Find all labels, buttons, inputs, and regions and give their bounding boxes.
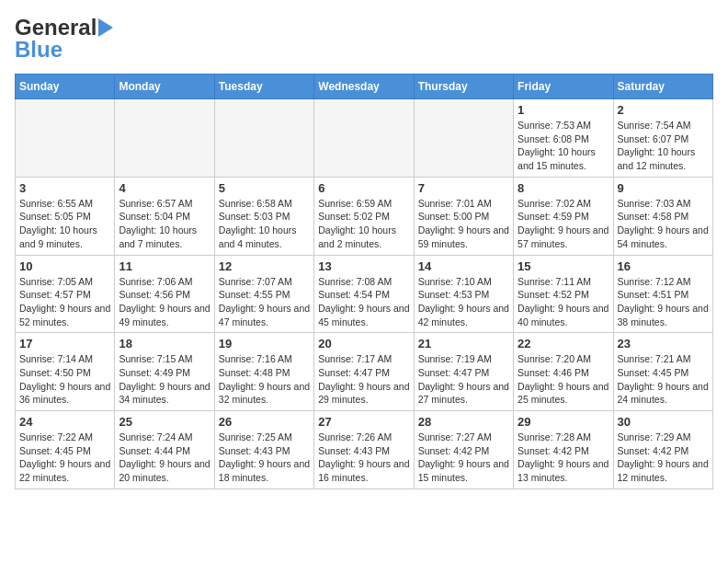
day-number: 18 [119,337,210,350]
day-info: Sunrise: 7:19 AMSunset: 4:47 PMDaylight:… [418,352,509,407]
calendar-cell: 24Sunrise: 7:22 AMSunset: 4:45 PMDayligh… [16,411,115,489]
calendar-cell: 28Sunrise: 7:27 AMSunset: 4:42 PMDayligh… [414,411,513,489]
day-info: Sunrise: 7:53 AMSunset: 6:08 PMDaylight:… [518,119,609,173]
day-number: 11 [119,259,210,273]
calendar-cell: 27Sunrise: 7:26 AMSunset: 4:43 PMDayligh… [314,411,414,489]
day-number: 13 [318,259,409,273]
day-number: 26 [219,415,310,429]
calendar-cell: 13Sunrise: 7:08 AMSunset: 4:54 PMDayligh… [314,255,414,333]
calendar-cell: 11Sunrise: 7:06 AMSunset: 4:56 PMDayligh… [115,255,214,333]
calendar-cell: 7Sunrise: 7:01 AMSunset: 5:00 PMDaylight… [414,177,513,255]
calendar-cell: 26Sunrise: 7:25 AMSunset: 4:43 PMDayligh… [214,411,313,489]
weekday-header-thursday: Thursday [414,75,513,99]
calendar-cell: 14Sunrise: 7:10 AMSunset: 4:53 PMDayligh… [414,255,513,333]
day-number: 9 [618,181,709,195]
day-number: 6 [318,181,409,195]
day-info: Sunrise: 7:10 AMSunset: 4:53 PMDaylight:… [418,275,509,329]
calendar-cell: 17Sunrise: 7:14 AMSunset: 4:50 PMDayligh… [16,333,115,411]
calendar-cell [414,99,513,178]
calendar-week-row: 3Sunrise: 6:55 AMSunset: 5:05 PMDaylight… [16,177,713,255]
day-info: Sunrise: 6:57 AMSunset: 5:04 PMDaylight:… [119,197,210,251]
day-info: Sunrise: 7:11 AMSunset: 4:52 PMDaylight:… [518,275,609,329]
day-number: 21 [418,337,509,350]
day-number: 12 [219,259,310,273]
calendar-cell: 3Sunrise: 6:55 AMSunset: 5:05 PMDaylight… [16,177,115,255]
weekday-header-tuesday: Tuesday [214,75,313,99]
weekday-header-sunday: Sunday [16,75,115,99]
day-number: 25 [119,415,210,429]
weekday-header-row: SundayMondayTuesdayWednesdayThursdayFrid… [16,75,713,99]
day-number: 22 [518,337,609,350]
calendar-cell: 30Sunrise: 7:29 AMSunset: 4:42 PMDayligh… [613,411,712,489]
calendar-week-row: 17Sunrise: 7:14 AMSunset: 4:50 PMDayligh… [16,333,713,411]
calendar-cell: 19Sunrise: 7:16 AMSunset: 4:48 PMDayligh… [214,333,313,411]
day-info: Sunrise: 7:14 AMSunset: 4:50 PMDaylight:… [19,352,110,407]
calendar-week-row: 1Sunrise: 7:53 AMSunset: 6:08 PMDaylight… [16,99,713,178]
day-number: 1 [518,103,609,117]
day-info: Sunrise: 7:54 AMSunset: 6:07 PMDaylight:… [618,119,709,173]
day-info: Sunrise: 7:06 AMSunset: 4:56 PMDaylight:… [119,275,210,329]
calendar-cell: 12Sunrise: 7:07 AMSunset: 4:55 PMDayligh… [214,255,313,333]
day-info: Sunrise: 7:21 AMSunset: 4:45 PMDaylight:… [618,352,709,407]
day-info: Sunrise: 7:29 AMSunset: 4:42 PMDaylight:… [618,431,709,485]
logo-general: General [15,15,97,40]
calendar: SundayMondayTuesdayWednesdayThursdayFrid… [15,74,713,489]
day-number: 24 [19,415,110,429]
day-number: 5 [219,181,310,195]
calendar-cell [16,99,115,178]
day-info: Sunrise: 7:15 AMSunset: 4:49 PMDaylight:… [119,352,210,407]
day-number: 29 [518,415,609,429]
day-number: 10 [19,259,110,273]
calendar-cell: 18Sunrise: 7:15 AMSunset: 4:49 PMDayligh… [115,333,214,411]
day-info: Sunrise: 7:27 AMSunset: 4:42 PMDaylight:… [418,431,509,485]
calendar-cell: 22Sunrise: 7:20 AMSunset: 4:46 PMDayligh… [514,333,613,411]
day-info: Sunrise: 7:17 AMSunset: 4:47 PMDaylight:… [318,352,409,407]
day-info: Sunrise: 7:22 AMSunset: 4:45 PMDaylight:… [19,431,110,485]
weekday-header-friday: Friday [514,75,613,99]
day-info: Sunrise: 7:01 AMSunset: 5:00 PMDaylight:… [418,197,509,251]
weekday-header-saturday: Saturday [613,75,712,99]
day-info: Sunrise: 6:59 AMSunset: 5:02 PMDaylight:… [318,197,409,251]
day-number: 27 [318,415,409,429]
day-info: Sunrise: 7:05 AMSunset: 4:57 PMDaylight:… [19,275,110,329]
day-info: Sunrise: 7:02 AMSunset: 4:59 PMDaylight:… [518,197,609,251]
day-info: Sunrise: 7:24 AMSunset: 4:44 PMDaylight:… [119,431,210,485]
calendar-cell: 20Sunrise: 7:17 AMSunset: 4:47 PMDayligh… [314,333,414,411]
day-number: 17 [19,337,110,350]
weekday-header-wednesday: Wednesday [314,75,414,99]
calendar-cell: 5Sunrise: 6:58 AMSunset: 5:03 PMDaylight… [214,177,313,255]
calendar-cell [115,99,214,178]
calendar-cell: 21Sunrise: 7:19 AMSunset: 4:47 PMDayligh… [414,333,513,411]
weekday-header-monday: Monday [115,75,214,99]
calendar-cell [314,99,414,178]
calendar-cell: 1Sunrise: 7:53 AMSunset: 6:08 PMDaylight… [514,99,613,178]
calendar-cell: 16Sunrise: 7:12 AMSunset: 4:51 PMDayligh… [613,255,712,333]
calendar-cell: 25Sunrise: 7:24 AMSunset: 4:44 PMDayligh… [115,411,214,489]
calendar-cell: 8Sunrise: 7:02 AMSunset: 4:59 PMDaylight… [514,177,613,255]
header: General Blue [15,15,713,63]
calendar-cell: 23Sunrise: 7:21 AMSunset: 4:45 PMDayligh… [613,333,712,411]
logo: General Blue [15,15,97,63]
day-info: Sunrise: 7:26 AMSunset: 4:43 PMDaylight:… [318,431,409,485]
day-info: Sunrise: 7:25 AMSunset: 4:43 PMDaylight:… [219,431,310,485]
logo-arrow-icon [98,18,113,37]
day-info: Sunrise: 7:12 AMSunset: 4:51 PMDaylight:… [618,275,709,329]
calendar-cell: 6Sunrise: 6:59 AMSunset: 5:02 PMDaylight… [314,177,414,255]
day-number: 16 [618,259,709,273]
day-number: 4 [119,181,210,195]
calendar-cell: 9Sunrise: 7:03 AMSunset: 4:58 PMDaylight… [613,177,712,255]
day-number: 14 [418,259,509,273]
calendar-cell: 15Sunrise: 7:11 AMSunset: 4:52 PMDayligh… [514,255,613,333]
calendar-week-row: 10Sunrise: 7:05 AMSunset: 4:57 PMDayligh… [16,255,713,333]
day-number: 19 [219,337,310,350]
day-number: 28 [418,415,509,429]
day-number: 20 [318,337,409,350]
day-number: 15 [518,259,609,273]
day-number: 2 [618,103,709,117]
day-number: 3 [19,181,110,195]
day-info: Sunrise: 7:07 AMSunset: 4:55 PMDaylight:… [219,275,310,329]
day-info: Sunrise: 7:08 AMSunset: 4:54 PMDaylight:… [318,275,409,329]
day-number: 23 [618,337,709,350]
logo-blue: Blue [15,37,63,63]
calendar-cell [214,99,313,178]
